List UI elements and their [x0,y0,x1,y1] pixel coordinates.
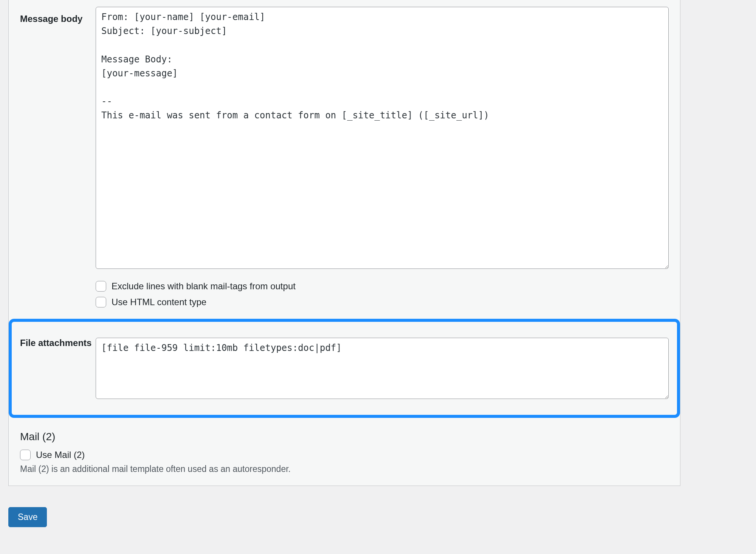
mail2-title: Mail (2) [20,431,669,443]
message-body-textarea[interactable] [96,7,669,269]
use-mail2-row: Use Mail (2) [20,450,669,460]
exclude-blank-checkbox[interactable] [96,281,106,292]
file-attachments-highlight: File attachments [9,319,680,418]
use-mail2-label: Use Mail (2) [36,450,85,460]
mail2-section: Mail (2) Use Mail (2) Mail (2) is an add… [9,428,680,486]
file-attachments-row: File attachments [20,338,669,400]
mail-settings-panel: Message body Exclude lines with blank ma… [8,0,680,486]
exclude-blank-row: Exclude lines with blank mail-tags from … [96,281,669,292]
file-attachments-textarea[interactable] [96,338,669,399]
message-body-row: Message body Exclude lines with blank ma… [9,0,680,313]
message-body-label: Message body [20,7,96,24]
use-mail2-checkbox[interactable] [20,450,31,460]
exclude-blank-label: Exclude lines with blank mail-tags from … [112,281,296,292]
use-html-row: Use HTML content type [96,297,669,307]
file-attachments-label: File attachments [20,338,96,348]
use-html-label: Use HTML content type [112,297,206,307]
use-html-checkbox[interactable] [96,297,106,307]
save-button[interactable]: Save [8,507,47,527]
mail2-description: Mail (2) is an additional mail template … [20,464,669,474]
